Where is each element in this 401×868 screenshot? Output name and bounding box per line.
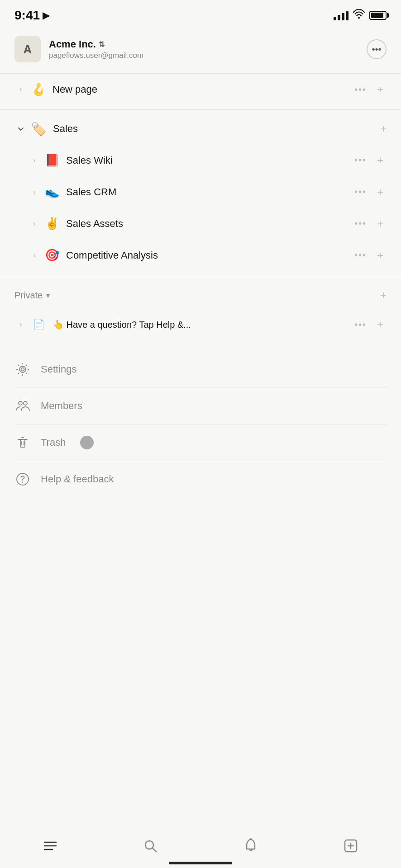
private-plus-button[interactable]: + — [380, 289, 387, 302]
settings-item[interactable]: Settings — [14, 351, 387, 387]
sales-section-header[interactable]: 🏷️ Sales + — [0, 113, 401, 145]
private-section-header[interactable]: Private ▾ + — [0, 280, 401, 309]
bell-icon — [242, 837, 259, 854]
trash-icon — [14, 434, 31, 451]
wifi-icon — [353, 9, 365, 22]
account-header[interactable]: A Acme Inc. ⇅ pageflows.user@gmail.com •… — [0, 27, 401, 74]
sales-crm-item[interactable]: › 👟 Sales CRM ••• + — [0, 176, 401, 208]
sales-icon: 🏷️ — [31, 122, 47, 137]
sales-label: Sales — [53, 123, 380, 135]
private-label: Private — [14, 290, 43, 301]
sales-crm-label: Sales CRM — [66, 186, 354, 198]
sales-crm-chevron-icon[interactable]: › — [28, 186, 41, 198]
status-icons — [334, 9, 387, 22]
help-question-page-icon: 📄 — [31, 317, 46, 332]
section-divider-2 — [0, 276, 401, 277]
workspace-name: Acme Inc. ⇅ — [49, 38, 143, 50]
tab-menu[interactable] — [32, 837, 68, 854]
sales-plus-button[interactable]: + — [380, 123, 387, 135]
new-page-chevron-icon[interactable]: › — [14, 83, 27, 96]
settings-label: Settings — [41, 363, 77, 375]
competitive-analysis-dots-button[interactable]: ••• — [354, 250, 367, 260]
help-question-chevron-icon[interactable]: › — [14, 318, 27, 331]
members-label: Members — [41, 400, 82, 412]
new-page-actions: ••• + — [354, 83, 387, 96]
competitive-analysis-icon: 🎯 — [44, 248, 60, 263]
help-question-item[interactable]: › 📄 👆 Have a question? Tap Help &... •••… — [0, 309, 401, 340]
svg-point-4 — [24, 401, 27, 405]
private-chevron-icon: ▾ — [46, 291, 50, 300]
sales-assets-dots-button[interactable]: ••• — [354, 218, 367, 229]
help-feedback-icon — [14, 471, 31, 487]
account-more-button[interactable]: ••• — [367, 39, 387, 59]
sales-assets-item[interactable]: › ✌️ Sales Assets ••• + — [0, 208, 401, 240]
sales-assets-icon: ✌️ — [44, 216, 60, 231]
svg-point-8 — [22, 481, 23, 482]
tab-search[interactable] — [132, 837, 168, 854]
sidebar-content: › 🪝 New page ••• + 🏷️ Sales + › 📕 Sales … — [0, 74, 401, 340]
new-page-item[interactable]: › 🪝 New page ••• + — [0, 74, 401, 105]
sales-wiki-chevron-icon[interactable]: › — [28, 154, 41, 167]
sales-wiki-label: Sales Wiki — [66, 155, 354, 166]
help-question-label: 👆 Have a question? Tap Help &... — [53, 319, 354, 330]
sales-assets-plus-button[interactable]: + — [374, 217, 387, 230]
time-display: 9:41 — [14, 8, 40, 23]
home-indicator — [169, 862, 232, 864]
status-bar: 9:41 ▶ — [0, 0, 401, 27]
svg-point-2 — [19, 366, 26, 373]
help-question-dots-button[interactable]: ••• — [354, 320, 367, 330]
signal-bars-icon — [334, 10, 348, 20]
competitive-analysis-plus-button[interactable]: + — [374, 249, 387, 262]
competitive-analysis-item[interactable]: › 🎯 Competitive Analysis ••• + — [0, 240, 401, 271]
sales-assets-chevron-icon[interactable]: › — [28, 217, 41, 230]
sales-wiki-dots-button[interactable]: ••• — [354, 155, 367, 165]
svg-point-0 — [358, 17, 360, 19]
sales-wiki-icon: 📕 — [44, 153, 60, 168]
sales-crm-icon: 👟 — [44, 184, 60, 200]
workspace-chevron-icon: ⇅ — [99, 40, 105, 49]
navigation-arrow-icon: ▶ — [43, 10, 49, 21]
competitive-analysis-label: Competitive Analysis — [66, 250, 354, 261]
competitive-analysis-chevron-icon[interactable]: › — [28, 249, 41, 262]
help-feedback-label: Help & feedback — [41, 473, 114, 485]
trash-label: Trash — [41, 437, 66, 448]
trash-badge — [80, 436, 94, 449]
sales-crm-plus-button[interactable]: + — [374, 186, 387, 198]
new-page-icon: 🪝 — [31, 82, 46, 97]
members-icon — [14, 398, 31, 414]
search-icon — [142, 837, 159, 854]
sales-wiki-plus-button[interactable]: + — [374, 154, 387, 167]
battery-icon — [369, 11, 387, 20]
menu-icon — [42, 837, 59, 854]
account-email: pageflows.user@gmail.com — [49, 51, 143, 60]
new-page-tab-icon — [342, 837, 359, 854]
settings-icon — [14, 361, 31, 377]
members-item[interactable]: Members — [14, 387, 387, 424]
svg-point-1 — [21, 368, 24, 371]
new-page-plus-button[interactable]: + — [374, 83, 387, 96]
svg-point-3 — [19, 401, 22, 405]
svg-line-13 — [153, 848, 156, 852]
help-feedback-item[interactable]: Help & feedback — [14, 461, 387, 497]
trash-item[interactable]: Trash — [14, 424, 387, 461]
sales-wiki-item[interactable]: › 📕 Sales Wiki ••• + — [0, 145, 401, 176]
avatar: A — [14, 36, 41, 62]
sales-crm-dots-button[interactable]: ••• — [354, 187, 367, 197]
status-time: 9:41 ▶ — [14, 8, 49, 23]
section-divider-1 — [0, 109, 401, 110]
sales-assets-label: Sales Assets — [66, 218, 354, 230]
help-question-plus-button[interactable]: + — [374, 318, 387, 331]
bottom-section: Settings Members Trash — [0, 351, 401, 497]
new-page-dots-button[interactable]: ••• — [354, 85, 367, 95]
tab-notifications[interactable] — [233, 837, 269, 854]
new-page-label: New page — [53, 84, 354, 95]
tab-new[interactable] — [333, 837, 369, 854]
sales-chevron-down-icon[interactable] — [14, 123, 27, 135]
